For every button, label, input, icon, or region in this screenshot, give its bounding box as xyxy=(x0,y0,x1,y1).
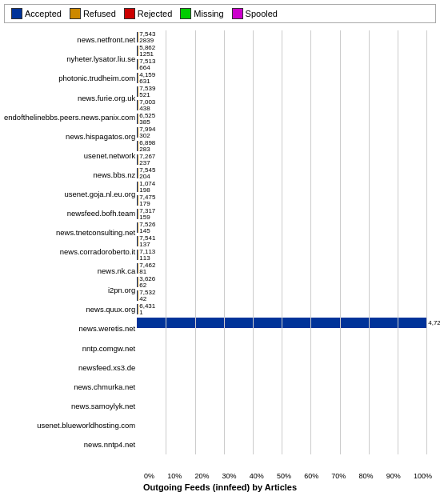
rejected-legend-box xyxy=(124,8,135,19)
y-label-21: news.nntp4.net xyxy=(84,438,135,451)
spooled-legend-label: Spooled xyxy=(246,9,278,18)
bar-row-19: 7,532 42 xyxy=(137,289,440,302)
y-label-7: news.bbs.nz xyxy=(93,168,135,182)
refused-bar-17 xyxy=(138,263,138,274)
bar-numbers-0: 7,543 2839 xyxy=(139,31,155,44)
bar-numbers-13: 7,317 159 xyxy=(139,208,155,221)
bar-row-4: 7,539 521 xyxy=(137,85,440,98)
accepted-legend-label: Accepted xyxy=(25,9,62,18)
refused-bar-20 xyxy=(138,304,138,314)
refused-bar-0 xyxy=(138,32,138,42)
refused-bar-7 xyxy=(138,127,138,138)
x-axis-label: 90% xyxy=(386,472,401,480)
refused-bar-12 xyxy=(138,195,138,206)
y-label-8: usenet.goja.nl.eu.org xyxy=(65,187,136,201)
bar-row-11: 1,074 198 xyxy=(137,180,440,194)
y-label-16: nntp.comgw.net xyxy=(82,342,136,355)
bar-numbers-19: 7,532 42 xyxy=(139,290,155,302)
refused-bar-11 xyxy=(138,182,138,192)
y-label-6: usenet.network xyxy=(84,149,135,162)
y-axis-labels: news.netfront.netnyheter.lysator.liu.sep… xyxy=(4,30,137,454)
x-axis-label: 50% xyxy=(277,472,291,480)
x-axis-label: 0% xyxy=(144,472,154,480)
missing-legend-label: Missing xyxy=(194,9,223,18)
bar-row-8: 6,898 283 xyxy=(137,139,440,153)
legend-item-spooled: Spooled xyxy=(232,8,278,19)
refused-bar-15 xyxy=(138,236,138,246)
y-label-12: news.nk.ca xyxy=(98,264,136,278)
bar-row-6: 6,525 385 xyxy=(137,112,440,126)
refused-bar-8 xyxy=(138,141,138,151)
bar-numbers-4: 7,539 521 xyxy=(139,86,155,98)
x-axis-label: 10% xyxy=(167,472,182,480)
bar-numbers-11: 1,074 198 xyxy=(139,181,155,194)
bar-row-16: 7,113 113 xyxy=(137,248,440,262)
bar-numbers-5: 7,003 438 xyxy=(139,99,155,112)
bar-row-20: 6,431 1 xyxy=(137,302,440,316)
legend-item-rejected: Rejected xyxy=(124,8,172,19)
refused-bar-3 xyxy=(138,73,138,83)
bar-numbers-21: 4,727,113 xyxy=(428,320,440,326)
refused-bar-4 xyxy=(138,86,138,97)
chart-container: AcceptedRefusedRejectedMissingSpooled ne… xyxy=(0,0,440,504)
bar-row-9: 7,267 237 xyxy=(137,153,440,166)
y-label-5: news.hispagatos.org xyxy=(66,130,135,143)
bar-row-0: 7,543 2839 xyxy=(137,30,440,44)
y-label-4: endofthelinebbs.peers.news.panix.com xyxy=(4,110,135,124)
y-label-14: news.quux.org xyxy=(86,303,135,317)
bar-row-15: 7,541 137 xyxy=(137,234,440,248)
accepted-legend-box xyxy=(11,8,22,19)
bar-numbers-10: 7,545 204 xyxy=(139,167,155,180)
bar-row-2: 7,513 664 xyxy=(137,58,440,71)
bar-numbers-6: 6,525 385 xyxy=(139,113,155,126)
bar-row-21: 4,727,113 xyxy=(137,316,440,330)
y-label-2: photonic.trudheim.com xyxy=(58,72,135,86)
refused-bar-14 xyxy=(138,222,138,233)
bar-numbers-18: 3,626 62 xyxy=(139,276,155,289)
refused-bar-2 xyxy=(138,59,138,70)
refused-bar-1 xyxy=(138,46,138,56)
y-label-11: news.corradoroberto.it xyxy=(60,245,136,258)
x-axis-label: 20% xyxy=(194,472,209,480)
bar-numbers-9: 7,267 237 xyxy=(139,154,155,166)
spooled-legend-box xyxy=(232,8,243,19)
x-axis-label: 30% xyxy=(222,472,237,480)
y-label-9: newsfeed.bofh.team xyxy=(67,206,136,220)
bar-numbers-20: 6,431 1 xyxy=(139,303,155,316)
chart-title: Outgoing Feeds (innfeed) by Articles xyxy=(4,482,436,492)
refused-bar-9 xyxy=(138,154,138,165)
bar-row-18: 3,626 62 xyxy=(137,275,440,289)
bar-numbers-16: 7,113 113 xyxy=(139,249,155,262)
y-label-0: news.netfront.net xyxy=(77,34,135,47)
legend-item-refused: Refused xyxy=(70,8,116,19)
y-label-10: news.tnetconsulting.net xyxy=(56,226,135,239)
x-axis-label: 60% xyxy=(304,472,318,480)
bar-numbers-8: 6,898 283 xyxy=(139,140,155,153)
bar-row-10: 7,545 204 xyxy=(137,166,440,180)
refused-bar-19 xyxy=(138,290,138,301)
bar-numbers-3: 4,159 631 xyxy=(139,72,155,85)
refused-legend-label: Refused xyxy=(83,9,116,18)
refused-legend-box xyxy=(70,8,81,19)
y-label-19: news.samoylyk.net xyxy=(71,399,135,413)
bar-numbers-15: 7,541 137 xyxy=(139,235,155,248)
bar-row-13: 7,317 159 xyxy=(137,207,440,221)
x-axis-label: 100% xyxy=(414,472,432,480)
bar-numbers-2: 7,513 664 xyxy=(139,58,155,71)
bar-row-12: 7,475 179 xyxy=(137,194,440,207)
y-label-18: news.chmurka.net xyxy=(74,380,135,394)
bar-numbers-7: 7,994 302 xyxy=(139,126,155,139)
bar-row-3: 4,159 631 xyxy=(137,71,440,85)
bar-row-1: 5,862 1251 xyxy=(137,44,440,58)
x-axis-label: 70% xyxy=(331,472,346,480)
refused-bar-18 xyxy=(138,277,138,287)
x-axis: 0%10%20%30%40%50%60%70%80%90%100% xyxy=(4,472,436,480)
y-label-3: news.furie.org.uk xyxy=(78,91,135,105)
bar-numbers-14: 7,526 145 xyxy=(139,222,155,234)
refused-bar-16 xyxy=(138,250,138,260)
bar-row-17: 7,462 81 xyxy=(137,262,440,275)
x-axis-label: 80% xyxy=(359,472,374,480)
legend: AcceptedRefusedRejectedMissingSpooled xyxy=(4,4,436,23)
refused-bar-5 xyxy=(138,100,138,110)
rejected-legend-label: Rejected xyxy=(138,9,172,18)
